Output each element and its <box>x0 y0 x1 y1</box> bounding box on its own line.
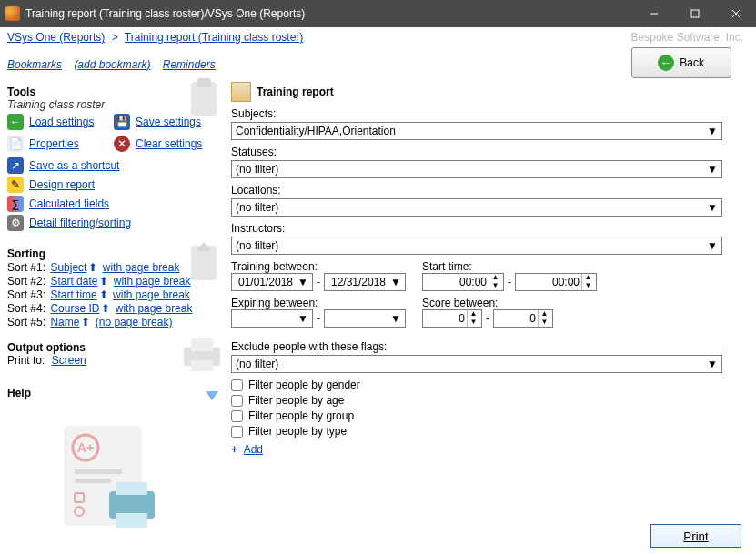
left-panel: Tools Training class roster ← Load setti… <box>0 78 227 535</box>
sort-pagebreak-link[interactable]: with page break <box>113 288 190 301</box>
sort-asc-icon[interactable]: ⬆ <box>88 261 97 274</box>
sort-asc-icon[interactable]: ⬆ <box>99 275 108 288</box>
save-shortcut-row[interactable]: ↗ Save as a shortcut <box>7 157 220 174</box>
clear-settings-row[interactable]: ✕ Clear settings <box>114 136 220 152</box>
filter-type-checkbox[interactable] <box>231 426 243 438</box>
load-settings-link[interactable]: Load settings <box>29 116 94 128</box>
sort-pagebreak-link[interactable]: (no page break) <box>96 316 173 328</box>
dash: - <box>317 276 320 288</box>
sort-field-link[interactable]: Subject <box>50 261 86 274</box>
expiring-to-date[interactable]: ▼ <box>324 309 406 328</box>
start-time-to[interactable]: 00:00 ▲▼ <box>515 273 597 291</box>
maximize-button[interactable] <box>674 0 715 27</box>
sort-field-link[interactable]: Course ID <box>50 302 99 315</box>
minimize-button[interactable] <box>633 0 674 27</box>
design-report-row[interactable]: ✎ Design report <box>7 177 220 193</box>
properties-link[interactable]: Properties <box>29 137 79 150</box>
spinner[interactable]: ▲▼ <box>538 310 550 327</box>
breadcrumb-leaf[interactable]: Training report (Training class roster) <box>125 31 304 44</box>
load-settings-row[interactable]: ← Load settings <box>7 114 114 130</box>
dropdown-icon[interactable]: ▼ <box>388 312 403 325</box>
save-shortcut-link[interactable]: Save as a shortcut <box>29 159 119 172</box>
expiring-from-date[interactable]: ▼ <box>231 309 313 328</box>
expiring-label: Expiring between: <box>231 297 318 309</box>
sort-asc-icon[interactable]: ⬆ <box>101 302 110 315</box>
statuses-label: Statuses: <box>231 146 751 158</box>
subjects-combo[interactable]: Confidentiality/HIPAA,Orientation ▼ <box>231 122 722 140</box>
training-to-date[interactable]: 12/31/2018▼ <box>324 273 406 291</box>
svg-marker-11 <box>206 391 218 400</box>
help-chevron-icon[interactable] <box>204 389 220 402</box>
save-settings-row[interactable]: 💾 Save settings <box>114 114 220 130</box>
dropdown-icon[interactable]: ▼ <box>296 276 310 288</box>
report-ghost-image: A+ <box>55 420 164 539</box>
filter-gender-checkbox[interactable] <box>231 379 243 391</box>
filter-age-row[interactable]: Filter people by age <box>231 394 751 407</box>
dropdown-icon[interactable]: ▼ <box>388 276 403 288</box>
sort-label: Sort #4: <box>7 302 45 315</box>
filter-group-row[interactable]: Filter people by group <box>231 409 751 422</box>
save-settings-link[interactable]: Save settings <box>136 116 201 128</box>
properties-row[interactable]: 📄 Properties <box>7 136 114 152</box>
right-panel: Training report Subjects: Confidentialit… <box>227 78 756 535</box>
score-to[interactable]: 0 ▲▼ <box>493 309 553 328</box>
spinner[interactable]: ▲▼ <box>581 274 594 290</box>
dropdown-icon[interactable]: ▼ <box>705 163 720 176</box>
instructors-combo[interactable]: (no filter) ▼ <box>231 237 722 255</box>
report-header: Training report <box>231 82 751 102</box>
dropdown-icon[interactable]: ▼ <box>705 201 720 214</box>
breadcrumb-root[interactable]: VSys One (Reports) <box>7 31 105 44</box>
window-title: Training report (Training class roster)/… <box>25 7 633 20</box>
print-to-label: Print to: <box>7 354 45 367</box>
sort-pagebreak-link[interactable]: with page break <box>114 275 191 288</box>
print-button[interactable]: Print <box>650 524 741 548</box>
back-button[interactable]: ← Back <box>631 47 731 78</box>
filter-group-checkbox[interactable] <box>231 410 243 422</box>
reminders-link[interactable]: Reminders <box>163 58 216 71</box>
sort-pagebreak-link[interactable]: with page break <box>116 302 193 315</box>
sort-pagebreak-link[interactable]: with page break <box>103 261 180 274</box>
exclude-combo[interactable]: (no filter) ▼ <box>231 355 722 373</box>
dropdown-icon[interactable]: ▼ <box>296 312 310 325</box>
calc-fields-link[interactable]: Calculated fields <box>29 197 109 210</box>
dropdown-icon[interactable]: ▼ <box>705 358 720 370</box>
sort-field-link[interactable]: Start date <box>50 275 97 288</box>
add-link[interactable]: Add <box>244 443 263 456</box>
sort-line-4: Sort #4: Course ID⬆ with page break <box>7 302 220 315</box>
detail-filter-link[interactable]: Detail filtering/sorting <box>29 217 131 229</box>
sort-line-5: Sort #5: Name⬆ (no page break) <box>7 316 220 328</box>
score-from-value: 0 <box>427 312 467 325</box>
sort-field-link[interactable]: Start time <box>50 288 96 301</box>
help-heading[interactable]: Help <box>7 387 220 399</box>
dropdown-icon[interactable]: ▼ <box>705 125 720 137</box>
design-report-link[interactable]: Design report <box>29 178 95 191</box>
training-from-value: 01/01/2018 <box>236 276 296 288</box>
subjects-label: Subjects: <box>231 107 751 120</box>
spinner[interactable]: ▲▼ <box>467 310 479 327</box>
locations-combo[interactable]: (no filter) ▼ <box>231 198 722 217</box>
add-bookmark-link[interactable]: (add bookmark) <box>74 58 150 71</box>
statuses-value: (no filter) <box>236 163 278 176</box>
score-from[interactable]: 0 ▲▼ <box>422 309 482 328</box>
dropdown-icon[interactable]: ▼ <box>705 239 720 252</box>
filter-type-row[interactable]: Filter people by type <box>231 425 751 438</box>
start-time-from[interactable]: 00:00 ▲▼ <box>422 273 504 291</box>
add-row[interactable]: + Add <box>231 443 751 456</box>
svg-text:A+: A+ <box>77 440 94 455</box>
top-row: VSys One (Reports) > Training report (Tr… <box>0 27 756 78</box>
clear-settings-link[interactable]: Clear settings <box>136 137 202 150</box>
training-between-label: Training between: <box>231 260 318 273</box>
calc-fields-row[interactable]: ∑ Calculated fields <box>7 196 220 212</box>
training-from-date[interactable]: 01/01/2018▼ <box>231 273 313 291</box>
print-to-link[interactable]: Screen <box>52 354 86 367</box>
close-button[interactable] <box>715 0 756 27</box>
filter-age-checkbox[interactable] <box>231 395 243 407</box>
filter-gender-row[interactable]: Filter people by gender <box>231 378 751 391</box>
statuses-combo[interactable]: (no filter) ▼ <box>231 160 722 178</box>
sort-asc-icon[interactable]: ⬆ <box>81 316 90 328</box>
sort-field-link[interactable]: Name <box>50 316 79 328</box>
spinner[interactable]: ▲▼ <box>489 274 501 290</box>
detail-filter-row[interactable]: ⚙ Detail filtering/sorting <box>7 215 220 231</box>
bookmarks-link[interactable]: Bookmarks <box>7 58 62 71</box>
sort-asc-icon[interactable]: ⬆ <box>99 288 108 301</box>
